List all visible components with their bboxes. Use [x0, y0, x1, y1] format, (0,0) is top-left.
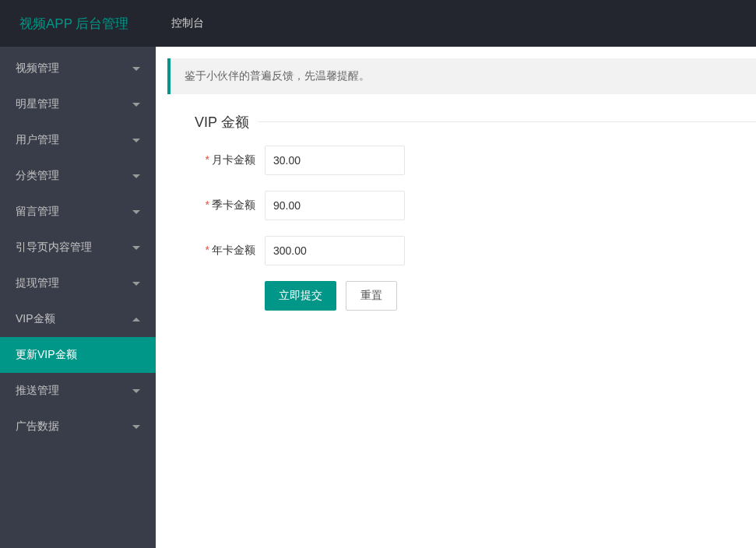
input-quarter-amount[interactable]	[265, 191, 405, 220]
top-nav: 控制台	[156, 0, 220, 47]
sidebar-item-label: 明星管理	[16, 97, 59, 111]
chevron-down-icon	[132, 139, 140, 142]
form-label-year: *年卡金额	[195, 244, 265, 258]
sidebar-item-category[interactable]: 分类管理	[0, 158, 156, 194]
app-logo: 视频APP 后台管理	[0, 15, 156, 33]
chevron-down-icon	[132, 246, 140, 250]
chevron-down-icon	[132, 425, 140, 429]
form-actions: 立即提交 重置	[265, 281, 756, 311]
required-mark: *	[206, 244, 209, 256]
label-text: 季卡金额	[212, 198, 255, 211]
form-row-year: *年卡金额	[195, 236, 756, 265]
header: 视频APP 后台管理 控制台	[0, 0, 756, 47]
sidebar-item-message[interactable]: 留言管理	[0, 194, 156, 230]
form-wrapper: VIP 金额 *月卡金额 *季卡金额 *年卡金额	[167, 110, 756, 338]
alert-box: 鉴于小伙伴的普遍反馈，先温馨提醒。	[167, 58, 756, 94]
chevron-down-icon	[132, 389, 140, 393]
sidebar-item-label: 用户管理	[16, 133, 59, 147]
sidebar-subitem-update-vip[interactable]: 更新VIP金额	[0, 337, 156, 373]
input-month-amount[interactable]	[265, 146, 405, 175]
sidebar-item-label: 提现管理	[16, 276, 59, 290]
required-mark: *	[206, 198, 209, 211]
sidebar-item-withdraw[interactable]: 提现管理	[0, 265, 156, 301]
fieldset-vip-amount: VIP 金额 *月卡金额 *季卡金额 *年卡金额	[195, 121, 756, 311]
chevron-up-icon	[132, 318, 140, 321]
sidebar-item-label: 分类管理	[16, 169, 59, 183]
sidebar-item-video[interactable]: 视频管理	[0, 51, 156, 86]
label-text: 年卡金额	[212, 244, 255, 256]
reset-button[interactable]: 重置	[346, 281, 397, 311]
form-label-month: *月卡金额	[195, 153, 265, 167]
chevron-down-icon	[132, 103, 140, 107]
sidebar: 视频管理 明星管理 用户管理 分类管理 留言管理 引导页内容管理 提现管理	[0, 47, 156, 548]
sidebar-item-label: 广告数据	[16, 420, 59, 434]
sidebar-item-label: 留言管理	[16, 205, 59, 219]
label-text: 月卡金额	[212, 153, 255, 166]
form-row-month: *月卡金额	[195, 146, 756, 175]
chevron-down-icon	[132, 210, 140, 214]
sidebar-item-label: 推送管理	[16, 384, 59, 398]
submit-button[interactable]: 立即提交	[265, 281, 336, 311]
sidebar-item-push[interactable]: 推送管理	[0, 373, 156, 409]
chevron-down-icon	[132, 174, 140, 178]
form-row-quarter: *季卡金额	[195, 191, 756, 220]
top-nav-console[interactable]: 控制台	[156, 0, 220, 47]
sidebar-item-label: 视频管理	[16, 61, 59, 76]
sidebar-item-star[interactable]: 明星管理	[0, 86, 156, 122]
fieldset-legend: VIP 金额	[195, 113, 258, 132]
sidebar-item-vip[interactable]: VIP金额	[0, 301, 156, 337]
required-mark: *	[206, 153, 209, 166]
form-label-quarter: *季卡金额	[195, 198, 265, 213]
container: 视频管理 明星管理 用户管理 分类管理 留言管理 引导页内容管理 提现管理	[0, 47, 756, 548]
alert-text: 鉴于小伙伴的普遍反馈，先温馨提醒。	[185, 69, 370, 82]
main-content: 鉴于小伙伴的普遍反馈，先温馨提醒。 VIP 金额 *月卡金额 *季卡金额	[156, 47, 756, 548]
sidebar-item-label: 引导页内容管理	[16, 241, 92, 255]
input-year-amount[interactable]	[265, 236, 405, 265]
chevron-down-icon	[132, 67, 140, 71]
sidebar-item-user[interactable]: 用户管理	[0, 122, 156, 158]
sidebar-item-label: VIP金额	[16, 312, 55, 326]
chevron-down-icon	[132, 282, 140, 286]
sidebar-item-ad[interactable]: 广告数据	[0, 409, 156, 444]
sidebar-item-guide[interactable]: 引导页内容管理	[0, 230, 156, 265]
